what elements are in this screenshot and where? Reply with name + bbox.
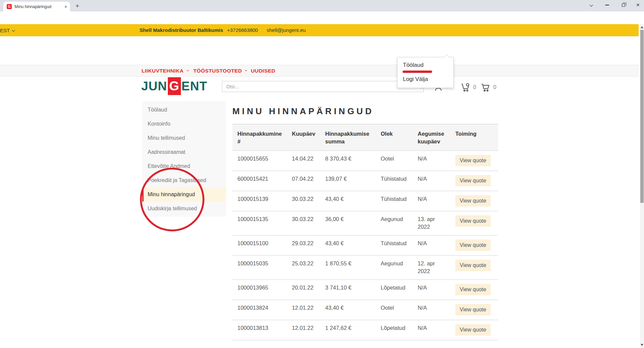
language-switcher[interactable]: EST — [0, 24, 639, 36]
table-row: 1000015100 29.03.22 43,40 € Tühistatud N… — [232, 235, 498, 256]
account-dropdown: Töölaud Logi Välja — [397, 57, 454, 88]
cell-date: 29.03.22 — [287, 235, 320, 256]
search-input[interactable] — [222, 81, 423, 92]
quotes-table-body: 1000015655 14.04.22 8 370,43 € Ootel N/A… — [232, 151, 498, 340]
cell-sum: 3 741,10 € — [320, 280, 376, 300]
sidebar-item-kontoinfo[interactable]: Kontoinfo — [142, 117, 226, 131]
cell-sum: 1 247,62 € — [320, 320, 376, 340]
sidebar-item-ettevotte-andmed[interactable]: Ettevõtte Andmed — [142, 159, 226, 173]
cell-sum: 36,00 € — [320, 211, 376, 235]
cell-expiry: N/A — [413, 171, 450, 191]
cell-date: 30.03.22 — [287, 191, 320, 211]
chevron-down-icon — [12, 28, 15, 32]
site-logo[interactable]: JUNGENT — [141, 77, 207, 95]
cell-action: View quote — [450, 191, 498, 211]
page-scrollbar[interactable] — [640, 24, 644, 348]
scrollbar-thumb[interactable] — [640, 30, 644, 203]
nav-item-toostustooted[interactable]: TÖÖSTUSTOOTED — [193, 65, 247, 76]
tab-close-icon[interactable]: × — [64, 4, 67, 9]
col-header-expiry: Aegumise kuupäev — [413, 124, 450, 151]
view-quote-button[interactable]: View quote — [455, 284, 491, 295]
cell-status: Ootel — [376, 151, 413, 171]
nav-item-liikuvtehnika[interactable]: LIIKUVTEHNIKA — [142, 65, 188, 76]
annotation-underline — [403, 71, 432, 73]
cell-expiry: N/A — [413, 151, 450, 171]
nav-item-uudised[interactable]: UUDISED — [251, 65, 275, 76]
window-restore-button[interactable] — [618, 0, 628, 10]
logo-text-left: JUN — [141, 79, 167, 93]
quotes-table: Hinnapakkumine # Kuupäev Hinnapakkumise … — [232, 124, 498, 340]
table-row: 1000013824 12.01.22 43,40 € Ootel N/A Vi… — [232, 300, 498, 320]
cell-expiry: 12. apr 2022 — [413, 256, 450, 280]
cell-expiry: 13. apr 2022 — [413, 211, 450, 235]
sidebar-item-minu-tellimused[interactable]: Minu tellimused — [142, 131, 226, 145]
cell-quote-id: 1000015139 — [232, 191, 287, 211]
address-bar: ← → pood.jungent.eu/amasty_quote/account… — [0, 11, 644, 24]
col-header-sum: Hinnapakkumise summa — [320, 124, 376, 151]
view-quote-button[interactable]: View quote — [455, 175, 491, 186]
logo-g-mark: G — [168, 77, 181, 95]
cell-status: Aegunud — [376, 211, 413, 235]
col-header-status: Olek — [376, 124, 413, 151]
view-quote-button[interactable]: View quote — [455, 260, 491, 271]
cart-count: 0 — [493, 84, 496, 90]
cell-sum: 139,07 € — [320, 171, 376, 191]
view-quote-button[interactable]: View quote — [455, 324, 491, 336]
cell-date: 20.01.22 — [287, 280, 320, 300]
cell-action: View quote — [450, 256, 498, 280]
view-quote-button[interactable]: View quote — [455, 215, 491, 227]
view-quote-button[interactable]: View quote — [455, 240, 491, 251]
tab-search-icon[interactable] — [586, 0, 596, 10]
new-tab-button[interactable]: + — [73, 2, 81, 10]
cart-icon — [481, 83, 491, 92]
cell-status: Tühistatud — [376, 235, 413, 256]
sidebar-item-toolaud[interactable]: Töölaud — [142, 103, 226, 117]
menu-item-logi-valja[interactable]: Logi Välja — [397, 74, 453, 88]
cell-expiry: N/A — [413, 300, 450, 320]
table-row: 1000015139 30.03.22 43,40 € Tühistatud N… — [232, 191, 498, 211]
cell-expiry: N/A — [413, 191, 450, 211]
cell-date: 07.04.22 — [287, 171, 320, 191]
cell-date: 25.03.22 — [287, 256, 320, 280]
sidebar-item-poekrediit[interactable]: Poekrediit ja Tagastused — [142, 173, 226, 187]
logo-text-right: ENT — [182, 79, 207, 93]
site-header: JUNGENT 0 0 — [0, 36, 639, 65]
contact-bar: Shell Makrodistribuutor Baltikumis +3726… — [0, 24, 639, 36]
main-nav: LIIKUVTEHNIKA TÖÖSTUSTOOTED UUDISED — [0, 65, 639, 77]
col-header-action: Toiming — [450, 124, 498, 151]
sidebar-item-minu-hinnaparingud[interactable]: Minu hinnapäringud — [142, 187, 226, 202]
shopping-cart[interactable]: 0 — [481, 83, 496, 92]
cell-quote-id: 1000013813 — [232, 320, 287, 340]
tab-title: Minu hinnapäringud — [14, 4, 62, 9]
cell-quote-id: 1000015100 — [232, 235, 287, 256]
view-quote-button[interactable]: View quote — [455, 155, 491, 166]
sidebar-item-uudiskirja-tellimused[interactable]: Uudiskirja tellimused — [142, 202, 226, 216]
quote-cart-count: 0 — [473, 84, 476, 90]
contact-phone[interactable]: +3726663800 — [227, 24, 258, 36]
cell-quote-id: 6000015421 — [232, 171, 287, 191]
window-close-button[interactable]: × — [633, 0, 643, 10]
account-sidebar: Töölaud Kontoinfo Minu tellimused Aadres… — [142, 101, 226, 217]
cell-quote-id: 1000013965 — [232, 280, 287, 300]
sidebar-item-aadressiraamat[interactable]: Aadressiraamat — [142, 145, 226, 159]
favicon: G — [7, 4, 12, 9]
cell-date: 14.04.22 — [287, 151, 320, 171]
cell-sum: 43,40 € — [320, 235, 376, 256]
window-minimize-button[interactable] — [602, 0, 612, 10]
chevron-down-icon — [245, 69, 247, 71]
view-quote-button[interactable]: View quote — [455, 304, 491, 315]
table-row: 1000013965 20.01.22 3 741,10 € Lõpetatud… — [232, 280, 498, 300]
cell-date: 12.01.22 — [287, 300, 320, 320]
scroll-down-icon[interactable] — [641, 344, 643, 346]
cell-quote-id: 1000015035 — [232, 256, 287, 280]
search-box — [222, 81, 424, 92]
quote-cart[interactable]: 0 — [461, 83, 476, 92]
contact-email[interactable]: shell@jungent.eu — [267, 24, 306, 36]
view-quote-button[interactable]: View quote — [455, 195, 491, 207]
cell-date: 30.03.22 — [287, 211, 320, 235]
browser-tab[interactable]: G Minu hinnapäringud × — [3, 2, 70, 11]
cell-status: Tühistatud — [376, 171, 413, 191]
menu-item-toolaud[interactable]: Töölaud — [397, 57, 453, 69]
cell-sum: 43,40 € — [320, 191, 376, 211]
scroll-up-icon[interactable] — [641, 26, 643, 28]
